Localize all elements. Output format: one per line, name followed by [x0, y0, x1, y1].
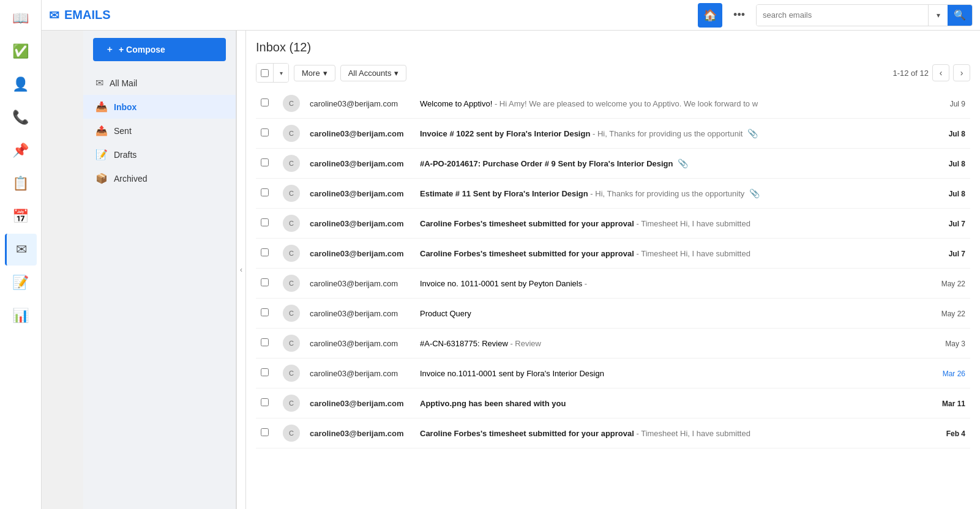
email-row[interactable]: C caroline03@berijam.com Product Query M… [256, 299, 970, 329]
email-row[interactable]: C caroline03@berijam.com Invoice no. 101… [256, 269, 970, 299]
icon-bar-item-contacts[interactable]: 👤 [5, 69, 37, 100]
email-row[interactable]: C caroline03@berijam.com Welcome to Appt… [256, 89, 970, 119]
email-date: Mar 26 [943, 370, 965, 378]
icon-bar-item-calendar[interactable]: 📅 [5, 201, 37, 232]
email-row[interactable]: C caroline03@berijam.com Invoice # 1022 … [256, 119, 970, 149]
collapse-handle[interactable]: ‹ [236, 31, 246, 509]
email-preview: - Timesheet Hi, I have submitted [636, 249, 750, 258]
sidebar-item-inbox[interactable]: 📥 Inbox [83, 95, 236, 119]
email-row[interactable]: C caroline03@berijam.com Estimate # 11 S… [256, 179, 970, 209]
select-dropdown-button[interactable]: ▾ [274, 64, 288, 82]
email-avatar: C [283, 395, 300, 412]
email-checkbox[interactable] [261, 98, 269, 106]
email-sender: caroline03@berijam.com [310, 369, 398, 378]
sidebar-item-drafts[interactable]: 📝 Drafts [83, 143, 236, 166]
email-subject-cell: Invoice no. 1011-0001 sent by Peyton Dan… [415, 269, 927, 299]
archived-icon: 📦 [95, 173, 108, 184]
email-row[interactable]: C caroline03@berijam.com Invoice no.1011… [256, 359, 970, 388]
email-icon: ✉ [49, 8, 59, 23]
icon-bar-item-book[interactable]: 📖 [5, 2, 37, 34]
email-avatar-cell: C [278, 299, 305, 329]
email-subject-cell: Apptivo.png has been shared with you [415, 388, 927, 418]
email-subject-text: Invoice # 1022 sent by Flora's Interior … [420, 129, 590, 138]
email-checkbox[interactable] [261, 128, 269, 136]
email-row[interactable]: C caroline03@berijam.com Caroline Forbes… [256, 209, 970, 239]
search-input[interactable] [757, 5, 928, 26]
email-area-header: Inbox (12) [256, 40, 970, 54]
email-checkbox[interactable] [261, 338, 269, 346]
email-checkbox-cell [256, 179, 278, 209]
email-area: Inbox (12) ▾ More ▾ All Accounts ▾ 1-12 … [246, 31, 980, 509]
email-row[interactable]: C caroline03@berijam.com Caroline Forbes… [256, 239, 970, 269]
email-checkbox-cell [256, 418, 278, 448]
all-accounts-button[interactable]: All Accounts ▾ [340, 65, 407, 81]
email-sender-cell: caroline03@berijam.com [305, 269, 415, 299]
inbox-title: Inbox (12) [256, 40, 311, 54]
search-container: ▾ 🔍 [756, 4, 973, 26]
all-mail-icon: ✉ [95, 77, 103, 89]
sidebar-label-sent: Sent [114, 126, 132, 136]
email-checkbox[interactable] [261, 248, 269, 256]
email-checkbox[interactable] [261, 188, 269, 196]
icon-bar-item-list[interactable]: 📋 [5, 168, 37, 199]
sent-icon: 📤 [95, 125, 108, 136]
email-row[interactable]: C caroline03@berijam.com Apptivo.png has… [256, 388, 970, 418]
sidebar-item-archived[interactable]: 📦 Archived [83, 166, 236, 190]
email-row[interactable]: C caroline03@berijam.com Caroline Forbes… [256, 418, 970, 448]
email-checkbox[interactable] [261, 428, 269, 436]
email-checkbox-cell [256, 89, 278, 119]
email-checkbox[interactable] [261, 308, 269, 316]
more-options-button[interactable]: ••• [727, 5, 751, 25]
icon-bar-item-phone[interactable]: 📞 [5, 102, 37, 133]
email-date-cell: Feb 4 [927, 418, 970, 448]
email-checkbox[interactable] [261, 368, 269, 376]
email-row[interactable]: C caroline03@berijam.com #A-CN-6318775: … [256, 329, 970, 359]
email-preview: - Timesheet Hi, I have submitted [636, 429, 750, 438]
pagination: 1-12 of 12 ‹ › [892, 64, 970, 81]
email-avatar-cell: C [278, 89, 305, 119]
select-all-dropdown: ▾ [256, 63, 289, 83]
email-checkbox[interactable] [261, 218, 269, 226]
email-checkbox-cell [256, 359, 278, 388]
email-checkbox-cell [256, 329, 278, 359]
email-checkbox-cell [256, 299, 278, 329]
select-all-input[interactable] [261, 69, 269, 77]
email-date-cell: Mar 11 [927, 388, 970, 418]
email-avatar: C [283, 335, 300, 352]
email-checkbox[interactable] [261, 158, 269, 166]
icon-bar-item-notes[interactable]: 📝 [5, 267, 37, 299]
search-dropdown-button[interactable]: ▾ [928, 5, 948, 26]
email-sender: caroline03@berijam.com [310, 189, 404, 198]
email-sender-cell: caroline03@berijam.com [305, 239, 415, 269]
compose-button[interactable]: ＋ + Compose [93, 38, 226, 61]
drafts-icon: 📝 [95, 149, 108, 160]
email-sender-cell: caroline03@berijam.com [305, 119, 415, 149]
icon-bar: 📖 ✅ 👤 📞 📌 📋 📅 ✉ 📝 📊 [0, 0, 42, 509]
email-avatar: C [283, 185, 300, 202]
email-subject-cell: Product Query [415, 299, 927, 329]
icon-bar-item-email[interactable]: ✉ [5, 234, 37, 266]
email-checkbox[interactable] [261, 278, 269, 286]
email-date: Jul 8 [949, 160, 965, 168]
email-sender: caroline03@berijam.com [310, 429, 404, 438]
icon-bar-item-check[interactable]: ✅ [5, 35, 37, 67]
pagination-prev-button[interactable]: ‹ [932, 64, 949, 81]
sidebar-label-inbox: Inbox [114, 102, 137, 112]
email-checkbox[interactable] [261, 398, 269, 406]
email-subject-text: #A-PO-2014617: Purchase Order # 9 Sent b… [420, 159, 673, 168]
more-button[interactable]: More ▾ [294, 65, 335, 81]
home-button[interactable]: 🏠 [698, 3, 722, 28]
sidebar-item-all-mail[interactable]: ✉ All Mail [83, 71, 236, 95]
select-all-checkbox[interactable] [256, 64, 274, 82]
email-subject-cell: Caroline Forbes's timesheet submitted fo… [415, 418, 927, 448]
email-preview: - Review [510, 339, 541, 348]
pagination-next-button[interactable]: › [953, 64, 970, 81]
email-row[interactable]: C caroline03@berijam.com #A-PO-2014617: … [256, 149, 970, 179]
sidebar-item-sent[interactable]: 📤 Sent [83, 119, 236, 143]
email-subject: Product Query [420, 309, 471, 318]
search-go-button[interactable]: 🔍 [948, 5, 972, 26]
email-avatar: C [283, 245, 300, 262]
icon-bar-item-pin[interactable]: 📌 [5, 135, 37, 166]
email-subject: Welcome to Apptivo! - Hi Amy! We are ple… [420, 99, 758, 108]
icon-bar-item-chart[interactable]: 📊 [5, 300, 37, 332]
